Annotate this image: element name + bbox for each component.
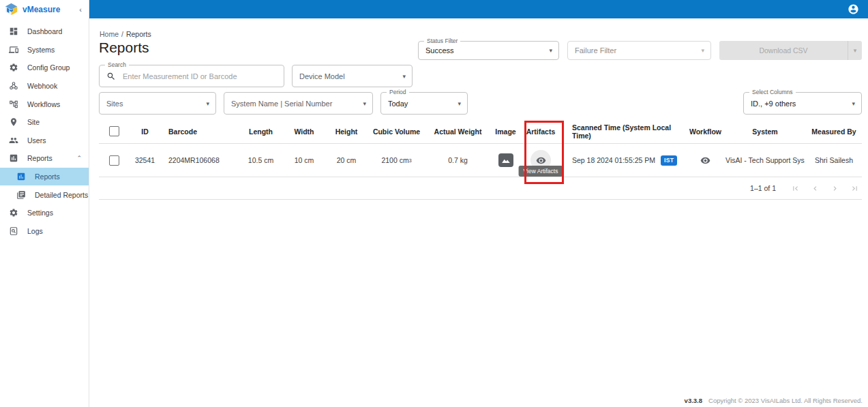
sidebar-item-workflows[interactable]: Workflows	[0, 95, 89, 113]
period-select[interactable]: Period Today ▾	[380, 92, 468, 115]
sidebar-item-label: Settings	[27, 209, 53, 217]
table-header-row: ID Barcode Length Width Height Cubic Vol…	[99, 119, 862, 144]
failure-filter-select[interactable]: Failure Filter ▾	[567, 41, 711, 60]
cell-cubic-volume: 2100 cm3	[368, 156, 425, 164]
cell-barcode: 2204MR106068	[160, 156, 239, 164]
column-header-width: Width	[283, 127, 325, 136]
sites-select[interactable]: Sites ▾	[99, 92, 216, 115]
search-field-label: Search	[105, 62, 129, 68]
download-csv-dropdown-arrow[interactable]: ▾	[848, 41, 862, 60]
gear-icon	[9, 208, 18, 217]
device-model-select[interactable]: Device Model ▾	[292, 65, 413, 87]
sidebar-subitem-reports[interactable]: Reports	[0, 168, 89, 186]
download-csv-button[interactable]: Download CSV	[719, 41, 848, 60]
scanned-time-value: Sep 18 2024 01:55:25 PM	[572, 156, 655, 164]
topbar	[89, 0, 868, 18]
column-header-image: Image	[490, 127, 521, 136]
breadcrumb-separator: /	[121, 30, 123, 38]
system-name-value: System Name | Serial Number	[224, 100, 332, 108]
location-pin-icon	[9, 117, 18, 127]
cell-image	[490, 153, 521, 167]
config-gear-icon	[9, 63, 18, 72]
sidebar-item-label: Users	[27, 136, 46, 145]
sidebar-item-config-group[interactable]: Config Group	[0, 59, 89, 77]
chevron-down-icon: ▾	[852, 100, 855, 107]
download-csv-split-button[interactable]: Download CSV ▾	[719, 41, 862, 60]
sidebar-item-systems[interactable]: Systems	[0, 41, 89, 59]
image-icon	[501, 156, 511, 164]
select-columns-select[interactable]: Select Columns ID., +9 others ▾	[743, 92, 862, 115]
select-columns-value: ID., +9 others	[744, 100, 796, 108]
logs-search-icon	[9, 226, 18, 236]
chevron-down-icon: ▾	[402, 73, 406, 80]
sidebar-collapse-icon[interactable]: ‹	[79, 5, 82, 14]
cell-actual-weight: 0.7 kg	[425, 156, 490, 164]
status-filter-select[interactable]: Status Filter Success ▾	[418, 41, 559, 60]
sidebar-item-users[interactable]: Users	[0, 132, 89, 150]
period-label: Period	[387, 89, 409, 95]
first-page-icon[interactable]	[791, 184, 800, 193]
breadcrumb-current: Reports	[126, 30, 151, 38]
webhook-icon	[9, 81, 18, 91]
cell-length: 10.5 cm	[239, 156, 283, 164]
sidebar-item-label: Dashboard	[27, 27, 62, 35]
report-chart-icon	[16, 172, 26, 181]
select-all-checkbox[interactable]	[109, 126, 119, 136]
column-header-height: Height	[325, 127, 368, 136]
search-field[interactable]: Search	[99, 65, 284, 87]
select-columns-label: Select Columns	[749, 89, 796, 95]
breadcrumb-home[interactable]: Home	[100, 30, 119, 38]
cell-height: 20 cm	[325, 156, 368, 164]
cell-id: 32541	[130, 156, 160, 164]
search-input[interactable]	[121, 72, 284, 81]
sidebar-item-settings[interactable]: Settings	[0, 204, 89, 222]
cubic-volume-value: 2100 cm	[381, 156, 408, 164]
system-name-select[interactable]: System Name | Serial Number ▾	[224, 92, 373, 115]
cubic-volume-exponent: 3	[409, 158, 412, 163]
chevron-down-icon: ▾	[458, 100, 461, 107]
chevron-up-icon: ⌃	[76, 155, 82, 162]
sidebar-item-logs[interactable]: Logs	[0, 222, 89, 241]
sidebar-item-label: Site	[27, 118, 40, 126]
sidebar: vMeasure ‹ Dashboard Systems Config Grou…	[0, 0, 89, 407]
sidebar-item-dashboard[interactable]: Dashboard	[0, 22, 89, 41]
device-model-value: Device Model	[293, 72, 345, 80]
view-workflow-button[interactable]	[700, 155, 710, 166]
row-checkbox[interactable]	[109, 155, 119, 166]
page-title: Reports	[99, 40, 149, 56]
cell-scanned-time: Sep 18 2024 01:55:25 PM IST	[560, 155, 687, 166]
sidebar-item-label: Webhook	[27, 82, 57, 90]
sidebar-item-site[interactable]: Site	[0, 113, 89, 132]
pagination-range: 1–1 of 1	[750, 184, 776, 192]
users-icon	[9, 136, 18, 145]
sidebar-item-webhook[interactable]: Webhook	[0, 77, 89, 95]
period-value: Today	[381, 100, 408, 108]
main-content: Home/Reports Reports Status Filter Succe…	[89, 18, 868, 407]
last-page-icon[interactable]	[850, 184, 859, 193]
sidebar-item-label: Reports	[27, 154, 53, 162]
report-chart-icon	[9, 153, 18, 163]
previous-page-icon[interactable]	[811, 184, 820, 193]
sidebar-item-label: Workflows	[27, 100, 60, 108]
next-page-icon[interactable]	[830, 184, 839, 193]
sidebar-subitem-detailed-reports[interactable]: Detailed Reports	[0, 185, 89, 204]
column-header-actual-weight: Actual Weight	[425, 127, 490, 136]
table-row: 32541 2204MR106068 10.5 cm 10 cm 20 cm 2…	[99, 144, 862, 177]
sidebar-item-label: Systems	[27, 46, 55, 54]
chevron-down-icon: ▾	[206, 100, 209, 107]
cell-width: 10 cm	[283, 156, 325, 164]
sidebar-item-label: Config Group	[27, 63, 70, 72]
column-header-length: Length	[239, 127, 283, 136]
sidebar-item-label: Detailed Reports	[35, 191, 88, 199]
app-version: v3.3.8	[685, 397, 702, 404]
column-header-scanned-time: Scanned Time (System Local Time)	[560, 123, 687, 140]
column-header-artifacts: Artifacts	[521, 127, 560, 136]
sidebar-item-reports[interactable]: Reports ⌃	[0, 149, 89, 168]
image-thumbnail-button[interactable]	[498, 153, 513, 167]
column-header-system: System	[724, 127, 806, 136]
pagination-bar: 1–1 of 1	[99, 177, 862, 200]
workflow-tree-icon	[9, 100, 18, 109]
vmeasure-cube-logo	[5, 3, 18, 16]
account-circle-icon[interactable]	[848, 3, 859, 15]
sidebar-nav: Dashboard Systems Config Group Webhook W…	[0, 22, 89, 240]
